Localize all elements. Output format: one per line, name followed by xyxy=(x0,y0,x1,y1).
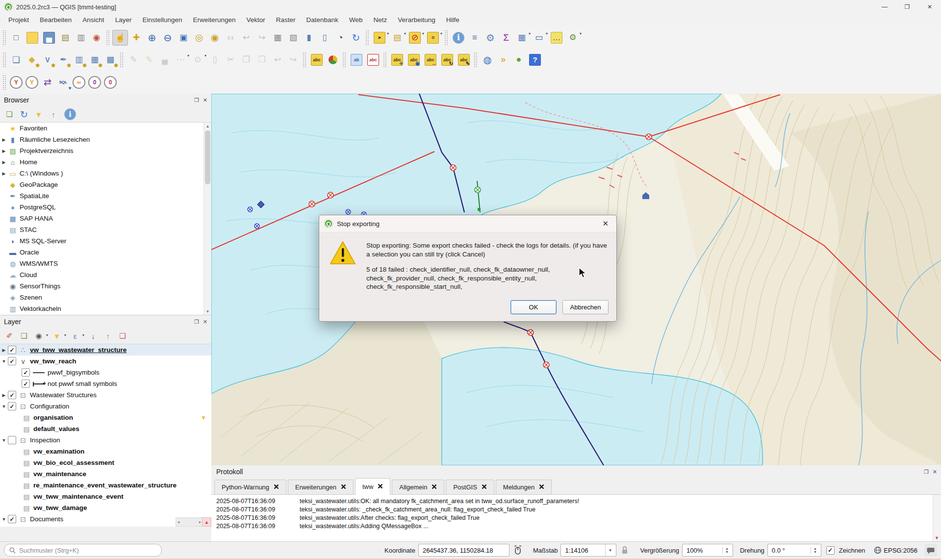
layer-item-inspection[interactable]: ▼⊡Inspection xyxy=(0,434,211,446)
new-temporary-scratch-layer-icon[interactable]: ▥✱ xyxy=(72,52,86,67)
expander-icon[interactable]: ▶ xyxy=(0,149,8,153)
browser-item-wms-wmts[interactable]: ◍WMS/WMTS xyxy=(0,258,211,269)
layer-checkbox[interactable]: ✓ xyxy=(8,357,16,365)
menu-einstellungen[interactable]: Einstellungen xyxy=(137,14,187,26)
expander-icon[interactable]: ▶ xyxy=(0,137,8,142)
identify-features-icon[interactable]: ℹ xyxy=(453,32,464,44)
deselect-features-icon[interactable]: ⊘ xyxy=(409,32,421,44)
expand-all-icon[interactable]: ↓ xyxy=(87,330,100,342)
menu-vektor[interactable]: Vektor xyxy=(241,14,271,26)
menu-web[interactable]: Web xyxy=(344,14,368,26)
browser-item-spatialite[interactable]: ✒SpatiaLite xyxy=(0,190,211,202)
tab-close-icon[interactable] xyxy=(274,484,279,491)
browser-item-vektorkacheln[interactable]: ▥Vektorkacheln xyxy=(0,303,211,314)
tab-close-icon[interactable] xyxy=(378,483,383,490)
new-shapefile-layer-icon[interactable]: V✱ xyxy=(40,52,55,67)
new-mesh-layer-icon[interactable]: ▩✱ xyxy=(103,52,118,67)
style-manager-icon[interactable]: ◉ xyxy=(89,30,104,45)
layer-item-vw-examination[interactable]: ▤vw_examination xyxy=(0,446,211,457)
browser-add-layer-icon[interactable]: ❏ xyxy=(3,108,16,121)
layer-item-vw-bio-ecol-assessment[interactable]: ▤vw_bio_ecol_assessment xyxy=(0,457,211,468)
menu-netz[interactable]: Netz xyxy=(368,14,392,26)
browser-item-cloud[interactable]: ☁Cloud xyxy=(0,269,211,280)
select-features-icon-dropdown[interactable]: ▾ xyxy=(387,31,389,36)
map-themes-icon[interactable]: ◉ xyxy=(32,330,45,342)
zoom-in-icon[interactable]: ⊕ xyxy=(145,30,159,45)
select-all-features-icon-dropdown[interactable]: ▾ xyxy=(440,31,442,36)
browser-item-favoriten[interactable]: ★Favoriten xyxy=(0,123,211,134)
help-contents-icon[interactable]: ? xyxy=(529,54,541,66)
measure-line-icon[interactable]: ▭ xyxy=(532,30,546,45)
coordinate-input[interactable]: 2645437.36, 1150284.18 xyxy=(418,544,509,557)
filter-expression-icon-dropdown[interactable]: ▾ xyxy=(82,333,84,337)
browser-item-sensorthings[interactable]: ◉SensorThings xyxy=(0,280,211,292)
menu-projekt[interactable]: Projekt xyxy=(3,14,34,26)
expander-icon[interactable]: ▶ xyxy=(0,171,8,176)
filter-legend-icon[interactable]: ▼ xyxy=(51,330,63,342)
deselect-features-icon-dropdown[interactable]: ▾ xyxy=(422,31,424,36)
layer-close-icon[interactable]: ✕ xyxy=(203,319,207,325)
rotate-label-icon[interactable]: abc↻ xyxy=(441,54,453,66)
layer-checkbox[interactable] xyxy=(8,436,16,444)
log-scrollbar[interactable]: ▼ xyxy=(933,495,941,541)
show-hide-labels-icon[interactable]: abc◉ xyxy=(408,54,420,66)
layer-item-vw-maintenance[interactable]: ▤vw_maintenance xyxy=(0,468,211,480)
statistical-summary-icon[interactable]: ≡ xyxy=(467,30,482,45)
open-project-icon[interactable] xyxy=(26,32,38,44)
layer-scroll-up-icon[interactable]: ▲ xyxy=(202,517,211,527)
show-statistics-icon[interactable]: Σ xyxy=(499,30,513,45)
layer-item-wastewater-structures[interactable]: ▶✓⊡Wastewater Structures xyxy=(0,389,211,401)
layer-checkbox[interactable]: ✓ xyxy=(8,346,16,354)
log-tab-tww[interactable]: tww xyxy=(355,478,390,495)
pin-labels-icon[interactable]: abc✛ xyxy=(391,54,403,66)
new-map-view-icon[interactable]: ▦ xyxy=(270,30,285,45)
layer-diagram-icon[interactable] xyxy=(326,52,340,67)
layer-styling-icon[interactable]: ✐ xyxy=(3,330,16,342)
expander-icon[interactable]: ▼ xyxy=(0,517,8,522)
new-virtual-layer-icon[interactable]: ▦✱ xyxy=(87,52,102,67)
change-label-icon[interactable]: abc✎ xyxy=(458,54,470,66)
close-button[interactable]: ✕ xyxy=(918,0,941,14)
pan-to-selection-icon[interactable]: ✚ xyxy=(129,30,144,45)
browser-item-ms-sql-server[interactable]: ◗MS SQL-Server xyxy=(0,235,211,247)
expander-icon[interactable]: ▶ xyxy=(0,348,8,353)
ok-button[interactable]: OK xyxy=(510,300,557,314)
map-themes-icon-dropdown[interactable]: ▾ xyxy=(46,333,48,337)
layer-checkbox[interactable]: ✓ xyxy=(22,368,30,377)
add-group-icon[interactable]: ❏ xyxy=(18,330,30,342)
browser-item-postgresql[interactable]: ●PostgreSQL xyxy=(0,202,211,213)
map-tips-icon[interactable]: … xyxy=(551,32,562,44)
new-print-layout-icon[interactable]: ▤ xyxy=(58,30,73,45)
browser-item-szenen[interactable]: ◈Szenen xyxy=(0,292,211,303)
browser-item-r-umliche-lesezeichen[interactable]: ▶▮Räumliche Lesezeichen xyxy=(0,134,211,145)
menu-verarbeitung[interactable]: Verarbeitung xyxy=(392,14,441,26)
log-tab-python-warnung[interactable]: Python-Warnung xyxy=(214,480,286,494)
layer-item-default-values[interactable]: ▤default_values xyxy=(0,423,211,434)
tww-symbology-0b-icon[interactable]: 0 xyxy=(103,75,118,90)
zoom-to-layer-icon[interactable]: ◎ xyxy=(192,30,206,45)
collapse-all-icon[interactable]: ↑ xyxy=(102,330,114,342)
layer-checkbox[interactable]: ✓ xyxy=(8,402,16,410)
scale-combobox[interactable]: 1:14106▼ xyxy=(560,544,616,557)
browser-item-oracle[interactable]: ▬Oracle xyxy=(0,247,211,258)
layer-checkbox[interactable]: ✓ xyxy=(8,515,16,523)
move-label-icon[interactable]: abc↔ xyxy=(425,54,436,66)
browser-close-icon[interactable]: ✕ xyxy=(203,97,207,103)
new-geopackage-layer-icon[interactable]: ◆✱ xyxy=(25,52,39,67)
tab-close-icon[interactable] xyxy=(432,484,437,491)
unplaced-labels-icon[interactable]: abc xyxy=(367,54,379,66)
restore-button[interactable]: ❐ xyxy=(896,0,918,14)
tww-symbology-0a-icon[interactable]: 0 xyxy=(87,75,102,90)
menu-ansicht[interactable]: Ansicht xyxy=(77,14,109,26)
log-float-icon[interactable]: ❐ xyxy=(924,469,929,475)
expander-icon[interactable]: ▼ xyxy=(0,438,8,443)
layer-item-re-maintenance-event-wastewater-structure[interactable]: ▤re_maintenance_event_wastewater_structu… xyxy=(0,480,211,491)
render-checkbox[interactable]: ✓ Zeichnen xyxy=(826,546,865,555)
attribute-table-icon[interactable]: ▦ xyxy=(514,30,529,45)
expander-icon[interactable]: ▶ xyxy=(0,393,8,398)
tab-close-icon[interactable] xyxy=(482,484,487,491)
layer-float-icon[interactable]: ❐ xyxy=(194,319,199,325)
log-tab-meldungen[interactable]: Meldungen xyxy=(496,480,552,494)
menu-datenbank[interactable]: Datenbank xyxy=(301,14,344,26)
menu-layer[interactable]: Layer xyxy=(110,14,137,26)
